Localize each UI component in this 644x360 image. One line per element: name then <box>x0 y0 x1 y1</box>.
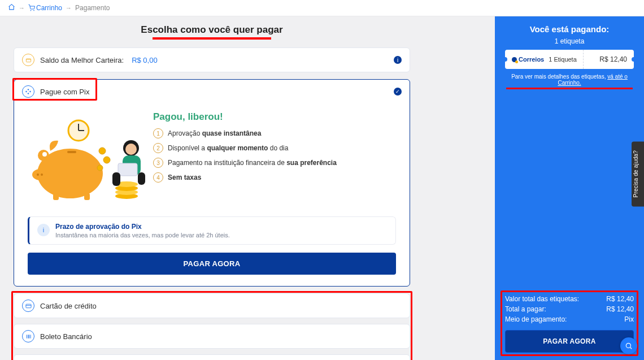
carrier-qty: 1 Etiqueta <box>549 56 577 63</box>
arrow-right-icon: → <box>66 5 72 11</box>
cart-link[interactable]: Carrinho <box>28 4 62 12</box>
page-title-text: Escolha como você quer pagar <box>141 24 282 35</box>
carrier-price: R$ 12,40 <box>599 55 627 63</box>
svg-point-6 <box>32 169 48 180</box>
svg-point-8 <box>41 174 43 176</box>
boleto-option[interactable]: Boleto Bancário <box>14 324 410 349</box>
barcode-icon <box>22 330 34 342</box>
summary-row2-label: Total a pagar: <box>505 305 546 313</box>
breadcrumb: → Carrinho → Pagamento <box>0 0 644 16</box>
boleto-label: Boleto Bancário <box>40 332 92 341</box>
wallet-option[interactable]: Saldo da Melhor Carteira: R$ 0,00 i <box>14 47 410 72</box>
credit-card-option[interactable]: Cartão de crédito <box>14 293 410 318</box>
summary-row1-val: R$ 12,40 <box>606 295 634 303</box>
svg-rect-26 <box>112 172 120 186</box>
arrow-right-icon: → <box>19 5 25 11</box>
pix-notice: i Prazo de aprovação do Pix Instantânea … <box>28 216 396 245</box>
home-icon[interactable] <box>8 3 15 12</box>
sidebar-pay-button[interactable]: PAGAR AGORA <box>505 330 634 353</box>
details-hint: Para ver mais detalhes das etiquetas, vá… <box>505 73 634 86</box>
summary-box: Valor total das etiquetas:R$ 12,40 Total… <box>505 289 634 353</box>
svg-rect-9 <box>53 193 59 200</box>
svg-point-14 <box>97 165 103 171</box>
summary-row3-label: Meio de pagamento: <box>505 315 567 323</box>
carrier-ticket: Correios 1 Etiqueta R$ 12,40 <box>505 50 634 69</box>
wallet-icon <box>22 54 34 66</box>
help-tab[interactable]: Precisa de ajuda? <box>632 141 644 206</box>
correios-logo: Correios <box>512 56 544 63</box>
pix-benefits: Pagou, liberou! 1Aprovação quase instant… <box>153 111 337 187</box>
svg-rect-33 <box>30 335 31 338</box>
summary-row2-val: R$ 12,40 <box>606 305 634 313</box>
svg-point-34 <box>626 343 630 348</box>
info-icon[interactable]: i <box>394 56 402 64</box>
svg-point-12 <box>99 148 106 154</box>
svg-rect-27 <box>138 172 145 185</box>
pix-notice-title: Prazo de aprovação do Pix <box>55 223 230 231</box>
page-title: Escolha como você quer pagar <box>14 24 410 40</box>
svg-rect-10 <box>84 193 90 200</box>
pix-illustration <box>28 111 141 202</box>
credit-card-icon <box>22 300 34 312</box>
pix-option[interactable]: Pague com Pix ✓ <box>14 79 410 287</box>
pix-header-label: Pague com Pix <box>40 88 89 96</box>
pix-notice-sub: Instantânea na maioria das vezes, mas po… <box>55 232 230 238</box>
svg-point-7 <box>37 174 39 176</box>
info-icon: i <box>37 224 50 236</box>
svg-point-1 <box>34 10 34 11</box>
pay-now-button[interactable]: PAGAR AGORA <box>28 253 396 275</box>
sidebar-title: Você está pagando: <box>505 24 634 34</box>
main-column: Escolha como você quer pagar Saldo da Me… <box>0 16 495 360</box>
pix-title: Pagou, liberou! <box>153 111 337 123</box>
svg-point-5 <box>42 152 47 157</box>
pix-icon <box>22 85 34 98</box>
wallet-label: Saldo da Melhor Carteira: <box>40 56 124 64</box>
breadcrumb-current: Pagamento <box>75 4 110 12</box>
wallet-value: R$ 0,00 <box>132 56 158 64</box>
order-summary-sidebar: Você está pagando: 1 etiqueta Correios 1… <box>495 16 644 360</box>
details-underline-annotation <box>506 88 633 89</box>
svg-point-0 <box>31 10 31 11</box>
chat-button[interactable] <box>620 337 637 354</box>
check-icon: ✓ <box>394 88 402 96</box>
svg-rect-11 <box>67 151 76 153</box>
svg-rect-25 <box>118 163 137 176</box>
summary-row3-val: Pix <box>624 315 634 323</box>
intermediator-option[interactable]: $ Intermediadores de pagamento <box>14 354 410 360</box>
svg-rect-28 <box>25 304 31 307</box>
svg-rect-31 <box>28 335 29 338</box>
pix-benefit-list: 1Aprovação quase instantânea 2Disponível… <box>153 128 337 183</box>
sidebar-count: 1 etiqueta <box>505 37 634 45</box>
breadcrumb-cart-label: Carrinho <box>36 4 62 12</box>
svg-point-23 <box>125 144 137 155</box>
summary-row1-label: Valor total das etiquetas: <box>505 295 579 303</box>
title-underline-annotation <box>153 37 271 40</box>
other-payment-options: Cartão de crédito Boleto Bancário $ Inte… <box>14 293 410 360</box>
credit-card-label: Cartão de crédito <box>40 302 97 310</box>
svg-rect-29 <box>26 335 27 338</box>
svg-rect-2 <box>26 58 31 62</box>
svg-point-13 <box>103 157 110 163</box>
